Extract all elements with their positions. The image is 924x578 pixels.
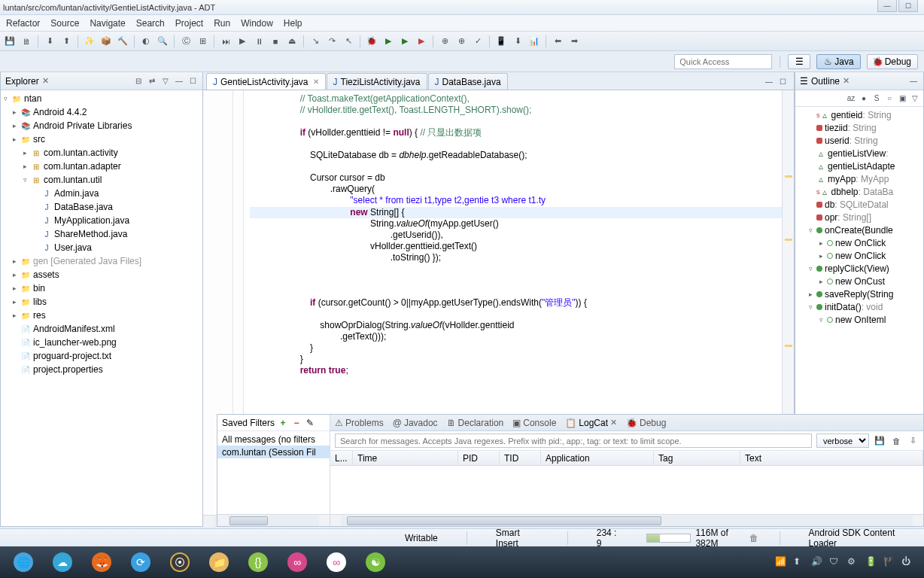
- tree-project-root[interactable]: ▿📁ntan: [1, 92, 202, 105]
- view-menu-icon[interactable]: ▽: [910, 93, 920, 104]
- lint-icon[interactable]: ✓: [471, 35, 485, 48]
- explorer-tree[interactable]: ▿📁ntan ▸📚Android 4.4.2▸📚Android Private …: [1, 90, 202, 526]
- taskbar-app[interactable]: ⦿: [161, 549, 199, 575]
- java-perspective-button[interactable]: ♨Java: [816, 54, 860, 69]
- gc-icon[interactable]: 🗑: [749, 533, 758, 543]
- menu-source[interactable]: Source: [50, 18, 79, 29]
- outline-node[interactable]: opr : String[]: [795, 211, 923, 224]
- tray-icon[interactable]: 🔋: [865, 556, 877, 568]
- editor-tab[interactable]: JTieziListActivity.java: [327, 73, 427, 90]
- hide-static-icon[interactable]: S: [871, 93, 882, 104]
- tray-icon[interactable]: 📶: [775, 556, 787, 568]
- logcat-horizontal-scrollbar[interactable]: [330, 514, 923, 526]
- taskbar-app[interactable]: {}: [239, 549, 277, 575]
- tree-node[interactable]: JShareMethod.java: [1, 227, 202, 241]
- menu-run[interactable]: Run: [214, 18, 230, 29]
- tree-node[interactable]: ▸📚Android Private Libraries: [1, 119, 202, 132]
- taskbar-app[interactable]: ∞: [318, 549, 355, 575]
- menu-window[interactable]: Window: [241, 18, 273, 29]
- forward-icon[interactable]: ➡: [567, 35, 581, 48]
- tree-node[interactable]: ▸📁libs: [1, 295, 202, 309]
- outline-node[interactable]: ▿new OnIteml: [795, 313, 923, 326]
- tree-node[interactable]: 📄project.properties: [1, 363, 202, 376]
- col-tag[interactable]: Tag: [654, 451, 740, 465]
- tree-node[interactable]: ▸📁assets: [1, 268, 202, 281]
- log-level-select[interactable]: verbose: [816, 434, 869, 448]
- minimize-view-icon[interactable]: —: [174, 76, 184, 87]
- ddms-icon[interactable]: 📊: [527, 35, 541, 48]
- close-tab-icon[interactable]: ✕: [610, 418, 617, 427]
- outline-node[interactable]: s ▵dbhelp : DataBa: [795, 185, 923, 198]
- tab-console[interactable]: ▣ Console: [512, 418, 556, 428]
- collapse-all-icon[interactable]: ⊟: [133, 76, 144, 87]
- outline-node[interactable]: ▿onCreate(Bundle: [795, 224, 923, 236]
- maximize-button[interactable]: ☐: [898, 0, 918, 12]
- external-icon[interactable]: ▶: [415, 35, 428, 48]
- taskbar-app[interactable]: ⟳: [122, 549, 160, 575]
- save-all-icon[interactable]: 🗎: [20, 35, 33, 48]
- maximize-editor-icon[interactable]: ☐: [777, 76, 788, 87]
- debug-perspective-button[interactable]: 🐞Debug: [867, 54, 918, 69]
- run-last-icon[interactable]: ▶: [398, 35, 412, 48]
- tab-problems[interactable]: ⚠ Problems: [335, 418, 384, 428]
- outline-node[interactable]: ▵myApp : MyApp: [795, 172, 923, 185]
- stop-icon[interactable]: ■: [269, 35, 282, 48]
- tree-node[interactable]: JAdmin.java: [1, 187, 202, 200]
- taskbar-app[interactable]: 🦊: [83, 549, 120, 575]
- new-package-icon[interactable]: ⊞: [196, 35, 209, 48]
- open-type-icon[interactable]: ◐: [139, 35, 153, 48]
- outline-node[interactable]: db : SQLiteDatal: [795, 198, 923, 211]
- col-tid[interactable]: TID: [500, 451, 541, 465]
- menu-refactor[interactable]: Refactor: [6, 18, 40, 29]
- minimize-view-icon[interactable]: —: [908, 76, 919, 87]
- skip-icon[interactable]: ⏭: [219, 35, 233, 48]
- outline-node[interactable]: ▵gentieListAdapte: [795, 160, 923, 172]
- pause-icon[interactable]: ⏸: [252, 35, 266, 48]
- new-junit-icon[interactable]: ⊕: [438, 35, 451, 48]
- disconnect-icon[interactable]: ⏏: [285, 35, 299, 48]
- taskbar-app[interactable]: 🌐: [5, 549, 42, 575]
- tree-node[interactable]: 📄proguard-project.txt: [1, 349, 202, 363]
- saved-filters-list[interactable]: All messages (no filters com.luntan (Ses…: [217, 431, 330, 514]
- view-menu-icon[interactable]: ▽: [160, 76, 171, 87]
- tray-icon[interactable]: 🔊: [811, 556, 823, 568]
- back-icon[interactable]: ⬅: [551, 35, 564, 48]
- debug-icon[interactable]: 🐞: [365, 35, 378, 48]
- tree-node[interactable]: ▿⊞com.luntan.util: [1, 173, 202, 187]
- upload-icon[interactable]: ⬆: [59, 35, 73, 48]
- link-editor-icon[interactable]: ⇄: [147, 76, 157, 87]
- filters-horizontal-scrollbar[interactable]: [217, 514, 330, 526]
- outline-node[interactable]: s ▵gentieid : String: [795, 108, 923, 121]
- package-icon[interactable]: 📦: [99, 35, 113, 48]
- tree-node[interactable]: JUser.java: [1, 241, 202, 254]
- menu-search[interactable]: Search: [136, 18, 165, 29]
- save-icon[interactable]: 💾: [3, 35, 17, 48]
- editor-tab[interactable]: JGentieListActivity.java✕: [206, 73, 326, 90]
- outline-node[interactable]: userid : String: [795, 134, 923, 147]
- close-view-icon[interactable]: ✕: [42, 76, 49, 86]
- outline-node[interactable]: tieziid : String: [795, 121, 923, 134]
- maximize-view-icon[interactable]: ☐: [187, 76, 198, 87]
- col-text[interactable]: Text: [740, 451, 923, 465]
- outline-node[interactable]: ▿initData() : void: [795, 300, 923, 313]
- col-level[interactable]: L...: [330, 451, 353, 465]
- resume-icon[interactable]: ▶: [236, 35, 249, 48]
- tree-node[interactable]: ▸📁src: [1, 132, 202, 146]
- tray-icon[interactable]: 🏴: [883, 556, 895, 568]
- minimize-button[interactable]: —: [877, 0, 897, 12]
- hide-non-public-icon[interactable]: ○: [884, 93, 895, 104]
- step-return-icon[interactable]: ↖: [342, 35, 355, 48]
- hide-local-icon[interactable]: ▣: [897, 93, 907, 104]
- outline-node[interactable]: ▸saveReply(String: [795, 287, 923, 300]
- menu-project[interactable]: Project: [175, 18, 203, 29]
- open-perspective-button[interactable]: ☰: [788, 54, 810, 69]
- hide-fields-icon[interactable]: ●: [859, 93, 869, 104]
- edit-filter-icon[interactable]: ✎: [305, 418, 315, 428]
- col-pid[interactable]: PID: [458, 451, 500, 465]
- taskbar-app[interactable]: 📁: [200, 549, 238, 575]
- col-time[interactable]: Time: [353, 451, 458, 465]
- sdk-icon[interactable]: ⬇: [511, 35, 524, 48]
- scroll-lock-icon[interactable]: ⇩: [907, 435, 919, 447]
- tray-icon[interactable]: ⏻: [901, 556, 913, 568]
- outline-node[interactable]: ▸new OnCust: [795, 275, 923, 287]
